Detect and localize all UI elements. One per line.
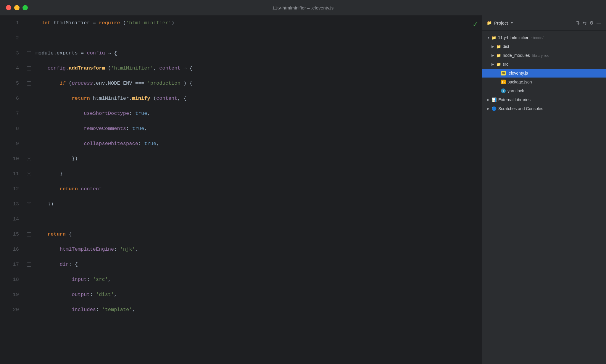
token-plain: , { [178,96,187,101]
gutter-cell: − [24,197,34,212]
code-line: includes: 'template', [34,302,482,317]
token-plain: { [66,231,72,237]
line-number: 15 [0,227,19,242]
line-number: 17 [0,257,19,272]
token-string: 'njk' [120,247,135,252]
token-plain: : { [69,262,78,267]
token-plain: ⇒ { [105,50,117,56]
code-line: config.addTransform ('htmlMinifier', con… [34,61,482,76]
token-plain: : [138,141,144,146]
token-plain [36,141,84,146]
root-path: ~/code/ [531,36,544,40]
expand-button[interactable]: ⇆ [583,20,586,26]
token-property: includes [72,307,96,313]
token-string: 'htmlMinifier' [111,65,153,71]
token-plain: , [135,247,138,252]
line-number: 7 [0,106,19,121]
token-plain: : [129,111,135,116]
fold-icon[interactable]: − [27,81,31,86]
code-line: output: 'dist', [34,287,482,302]
token-plain [78,186,81,192]
token-bool-val: true [132,126,144,131]
gutter-cell [24,136,34,151]
fold-icon[interactable]: − [27,172,31,176]
code-line: return content [34,181,482,197]
token-plain: ) [171,20,174,26]
root-arrow: ▼ [487,36,490,40]
maximize-button[interactable] [22,5,28,10]
line-number: 4 [0,61,19,76]
token-plain [36,307,72,313]
tree-item-yarn-lock[interactable]: ▶ Y yarn.lock [482,86,606,95]
scratches-label: Scratches and Consoles [498,106,543,111]
fold-icon[interactable]: − [27,262,31,267]
token-var-name: config [48,65,66,71]
token-plain: module.exports [36,50,81,56]
editor-area[interactable]: 1234567891011121314151617181920 −−−−−−−−… [0,15,482,364]
line-number: 5 [0,76,19,91]
tree-item-src[interactable]: ▶ 📁 src [482,60,606,69]
fold-icon[interactable]: − [27,232,31,236]
token-plain [36,65,48,71]
token-plain: , [153,65,159,71]
token-kw-require: require [99,20,120,26]
gutter-cell [24,106,34,121]
filter-button[interactable]: ⇅ [576,20,580,26]
tree-item-eleventy-js[interactable]: ▶ JS .eleventy.js [482,69,606,78]
code-line: if (process.env.NODE_ENV === 'production… [34,76,482,91]
settings-button[interactable]: ⚙ [589,20,594,26]
panel-title: Project [494,20,508,25]
tree-item-package-json[interactable]: ▶ { } package.json [482,78,606,86]
line-number: 20 [0,302,19,317]
tree-root[interactable]: ▼ 📁 11ty-htmlminifier ~/code/ [482,33,606,42]
code-content: let htmlMinifier = require ('html-minifi… [34,15,482,364]
minimize-button[interactable] [14,5,20,10]
root-folder-icon: 📁 [491,36,496,40]
token-process-kw: process [72,80,93,86]
token-plain: ( [66,80,72,86]
line-numbers: 1234567891011121314151617181920 [0,15,24,364]
syntax-check-icon: ✓ [473,20,478,29]
external-libraries-arrow: ▶ [487,98,490,102]
line-number: 8 [0,121,19,136]
json-file-icon: { } [501,80,506,84]
close-button[interactable] [6,5,11,10]
tree-item-node-modules[interactable]: ▶ 📁 node_modules library roo [482,51,606,60]
code-line: } [34,166,482,181]
gutter-cell: − [24,46,34,61]
fold-icon[interactable]: − [27,202,31,206]
tree-item-scratches[interactable]: ▶ 🔵 Scratches and Consoles [482,104,606,113]
gutter-cell: − [24,227,34,242]
token-property: useShortDoctype [84,111,129,116]
token-property: output [72,292,90,297]
token-plain: ) { [183,80,193,86]
code-container: 1234567891011121314151617181920 −−−−−−−−… [0,15,482,364]
hide-button[interactable]: — [597,20,601,26]
token-bool-val: true [135,111,147,116]
fold-icon[interactable]: − [27,157,31,161]
tree-item-dist[interactable]: ▶ 📁 dist [482,42,606,51]
main-area: 1234567891011121314151617181920 −−−−−−−−… [0,15,606,364]
fold-icon[interactable]: − [27,66,31,70]
root-label: 11ty-htmlminifier [498,35,528,40]
line-number: 2 [0,30,19,46]
panel-dropdown-arrow[interactable]: ▼ [511,21,515,25]
token-plain: } [36,171,63,177]
token-string: 'production' [147,80,183,86]
line-number: 3 [0,46,19,61]
scratches-arrow: ▶ [487,107,490,111]
gutter-cell [24,121,34,136]
external-libraries-label: External Libraries [498,97,531,102]
gutter-cell: − [24,61,34,76]
eleventy-js-label: .eleventy.js [507,71,528,75]
token-plain [36,96,72,101]
token-plain: === [135,80,147,86]
token-plain: ⇒ { [180,65,193,71]
tree-item-external-libraries[interactable]: ▶ 📊 External Libraries [482,95,606,104]
token-string: 'template' [102,307,132,313]
token-plain: ( [105,65,111,71]
token-string: 'src' [93,277,108,282]
fold-icon[interactable]: − [27,51,31,55]
token-plain: .env.NODE_ENV [93,80,135,86]
token-plain: ( [120,20,126,26]
